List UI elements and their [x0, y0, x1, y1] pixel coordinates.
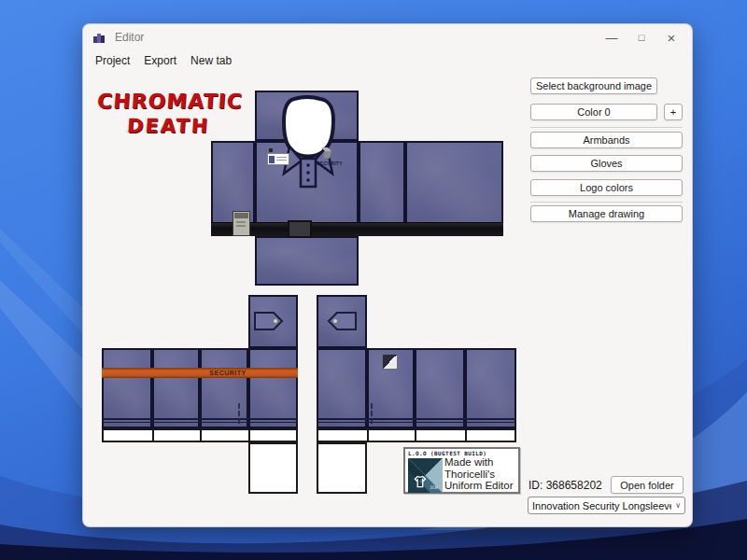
color-0-button[interactable]: Color 0: [530, 104, 657, 120]
menu-bar: Project Export New tab: [83, 50, 692, 71]
gloves-button[interactable]: Gloves: [530, 155, 683, 172]
editor-watermark: L.O.O (BUGTEST BUILD) ICH Made with Thor…: [403, 447, 520, 494]
add-color-button[interactable]: +: [664, 104, 683, 120]
armbands-button[interactable]: Armbands: [530, 132, 683, 148]
template-selector-value: Innovation Security Longsleeved Sl: [529, 500, 671, 511]
chest-security-label: SECURITY: [315, 161, 345, 166]
close-button[interactable]: ×: [656, 24, 686, 50]
chevron-down-icon: ∨: [671, 501, 684, 510]
patch-icon: [382, 354, 398, 370]
hem-lines: [102, 418, 298, 423]
artwork-title-line2: DEATH: [89, 114, 247, 138]
cuff-box: [248, 442, 298, 494]
watermark-line3: Uniform Editor: [444, 480, 514, 492]
asset-id-label: ID: 368658202: [529, 479, 602, 492]
title-bar[interactable]: Editor — □ ×: [83, 24, 692, 50]
manage-drawing-button[interactable]: Manage drawing: [530, 205, 683, 222]
watermark-text: Made with Thoricelli's Uniform Editor: [444, 456, 514, 492]
app-icon: [92, 31, 106, 44]
tag-right-icon: [254, 311, 284, 331]
shirt-bottom-flap: [255, 236, 359, 286]
badge-clip-dot: [269, 148, 273, 152]
artwork-title: CHROMATIC DEATH: [89, 90, 249, 138]
chest-security-badge-icon: [319, 146, 334, 161]
editor-window: Editor — □ × Project Export New tab CHRO…: [82, 23, 693, 527]
leg-panel: [317, 348, 367, 428]
select-background-button[interactable]: Select background image: [530, 77, 657, 94]
watermark-header: L.O.O (BUGTEST BUILD): [408, 450, 486, 456]
logo-ich-text: ICH: [430, 485, 438, 490]
watermark-line1: Made with: [444, 456, 514, 469]
menu-new-tab[interactable]: New tab: [189, 52, 233, 69]
hem-lines: [317, 418, 516, 423]
maximize-button[interactable]: □: [627, 24, 656, 50]
chest-id-badge-graphic: [267, 153, 289, 165]
cuff-strip: [317, 428, 516, 442]
belt-radio-graphic: [233, 211, 250, 236]
artwork-title-line1: CHROMATIC: [91, 90, 249, 114]
leg-panel: [200, 348, 248, 428]
vertical-seam-mark: [371, 403, 374, 424]
watermark-line2: Thoricelli's: [444, 469, 514, 481]
panel-divider: [530, 202, 683, 203]
cuff-strip: [102, 428, 298, 442]
minimize-button[interactable]: —: [597, 24, 627, 50]
vertical-seam-mark: [238, 403, 241, 424]
leg-panel: [152, 348, 200, 428]
belt-buckle-graphic: [288, 220, 312, 238]
cuff-box: [317, 442, 367, 494]
menu-project[interactable]: Project: [93, 52, 132, 69]
menu-export[interactable]: Export: [142, 52, 178, 69]
template-selector-dropdown[interactable]: Innovation Security Longsleeved Sl ∨: [528, 497, 685, 514]
tag-left-icon: [327, 311, 357, 331]
logo-colors-button[interactable]: Logo colors: [530, 179, 683, 196]
shirt-collar-graphic: [279, 95, 337, 194]
leg-panel: [248, 348, 298, 428]
leg-panel: [465, 348, 516, 428]
shirt-belt: [211, 222, 503, 236]
leg-panel: [102, 348, 152, 428]
panel-divider: [530, 127, 683, 128]
stripe-security-label: SECURITY: [200, 368, 256, 378]
open-folder-button[interactable]: Open folder: [611, 476, 684, 494]
uniform-editor-logo-icon: ICH: [408, 458, 443, 493]
window-title: Editor: [115, 31, 144, 44]
leg-panel: [415, 348, 465, 428]
